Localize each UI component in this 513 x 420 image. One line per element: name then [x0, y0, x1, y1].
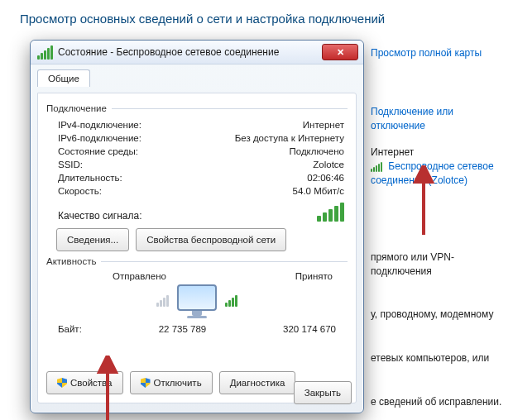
full-map-link[interactable]: Просмотр полной карты [371, 47, 482, 59]
bg-text-4: е сведений об исправлении. [371, 395, 503, 409]
wifi-signal-icon [37, 45, 53, 60]
dialog-titlebar[interactable]: Состояние - Беспроводное сетевое соедине… [31, 41, 363, 64]
computer-icon [174, 284, 220, 317]
ssid-label: SSID: [58, 160, 83, 169]
media-state-value: Подключено [290, 146, 345, 156]
tab-general[interactable]: Общие [37, 69, 90, 87]
speed-label: Скорость: [58, 186, 102, 196]
speed-value: 54.0 Мбит/с [293, 186, 344, 196]
ipv4-value: Интернет [303, 120, 344, 130]
ssid-value: Zolotce [313, 160, 344, 169]
bg-text-2: у, проводному, модемному [371, 308, 503, 322]
media-state-label: Состояние среды: [58, 146, 138, 156]
bytes-label: Байт: [58, 324, 82, 334]
shield-icon [141, 378, 151, 388]
ipv6-value: Без доступа к Интернету [235, 133, 344, 143]
bg-text-3: етевых компьютеров, или [371, 351, 503, 365]
group-activity-label: Активность [46, 256, 101, 266]
details-button[interactable]: Сведения... [56, 228, 129, 251]
close-dialog-button[interactable]: Закрыть [294, 381, 352, 404]
signal-quality-label: Качество сигнала: [58, 210, 141, 222]
close-button[interactable]: ✕ [322, 44, 358, 60]
close-icon: ✕ [337, 47, 344, 58]
status-dialog: Состояние - Беспроводное сетевое соедине… [30, 40, 364, 413]
dialog-title: Состояние - Беспроводное сетевое соедине… [58, 46, 322, 58]
wifi-properties-button[interactable]: Свойства беспроводной сети [136, 228, 286, 251]
bytes-recv-value: 320 174 670 [283, 324, 336, 334]
ipv6-label: IPv6-подключение: [58, 133, 141, 143]
received-label: Принято [295, 271, 333, 281]
bytes-sent-value: 22 735 789 [82, 324, 283, 334]
shield-icon [57, 378, 67, 388]
duration-label: Длительность: [58, 173, 122, 183]
bg-text-1: прямого или VPN-подключения [371, 251, 503, 279]
wifi-signal-icon [371, 162, 382, 172]
sent-signal-icon [156, 295, 169, 307]
tab-panel-general: Подключение IPv4-подключение:Интернет IP… [37, 93, 357, 403]
connect-disconnect-link[interactable]: Подключение или отключение [371, 106, 453, 131]
disable-button[interactable]: Отключить [130, 371, 213, 394]
internet-label: Интернет [371, 146, 503, 160]
wifi-connection-link[interactable]: Беспроводное сетевое соединение (Zolotce… [371, 160, 494, 186]
sent-label: Отправлено [113, 271, 166, 281]
duration-value: 02:06:46 [307, 173, 344, 183]
signal-quality-icon [317, 203, 344, 222]
properties-button[interactable]: Свойства [46, 371, 123, 394]
diagnostics-button[interactable]: Диагностика [219, 371, 296, 394]
group-connection-label: Подключение [46, 103, 112, 113]
page-header-title: Просмотр основных сведений о сети и наст… [0, 0, 513, 29]
ipv4-label: IPv4-подключение: [58, 120, 141, 130]
recv-signal-icon [225, 295, 237, 307]
